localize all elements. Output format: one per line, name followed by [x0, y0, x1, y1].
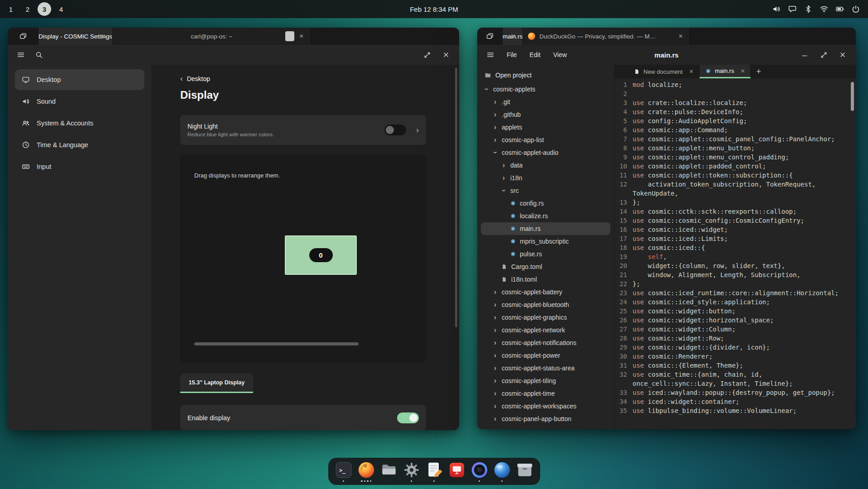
dock-item-globe[interactable]: [493, 461, 511, 482]
tree-item-cosmic-applet-status-area[interactable]: ›cosmic-applet-status-area: [481, 362, 610, 374]
code-area[interactable]: 1mod localize;23use crate::localize::loc…: [614, 78, 856, 429]
sidebar-item-system-accounts[interactable]: System & Accounts: [15, 113, 144, 134]
tab-close-icon[interactable]: ✕: [99, 32, 107, 40]
tree-item-cosmic-applet-battery[interactable]: ›cosmic-applet-battery: [481, 286, 610, 298]
tree-item-cosmic-applet-time[interactable]: ›cosmic-applet-time: [481, 387, 610, 400]
tree-item-config-rs[interactable]: config.rs: [481, 197, 610, 210]
search-icon[interactable]: [31, 47, 47, 62]
close-icon[interactable]: [835, 47, 850, 62]
tree-item-cosmic-panel-app-button[interactable]: ›cosmic-panel-app-button: [481, 412, 610, 425]
sidebar-item-sound[interactable]: Sound: [15, 91, 144, 112]
display-badge: 0: [309, 248, 333, 262]
menu-view[interactable]: View: [547, 48, 573, 62]
breadcrumb[interactable]: ‹ Desktop: [180, 75, 459, 82]
tree-item-cosmic-app-list[interactable]: ›cosmic-app-list: [481, 134, 610, 146]
workspace-button-3[interactable]: 3: [38, 2, 51, 16]
document-tab-main-rs[interactable]: main.rs✕: [700, 65, 751, 78]
workspace-button-4[interactable]: 4: [54, 2, 68, 16]
close-icon[interactable]: [438, 47, 454, 62]
bluetooth-icon[interactable]: [803, 4, 814, 14]
tree-item-applets[interactable]: ›applets: [481, 121, 610, 134]
document-tab-new-document[interactable]: New document✕: [628, 65, 700, 78]
tree-item-cosmic-applet-tiling[interactable]: ›cosmic-applet-tiling: [481, 374, 610, 387]
tree-item-src[interactable]: ›src: [481, 184, 610, 197]
editor-window-tab-duckduckgo-privacy-simplified-mozilla-f[interactable]: DuckDuckGo — Privacy, simplified. — Mozi…: [523, 28, 690, 45]
display-arrangement-panel[interactable]: Drag displays to rearrange them. 0: [180, 155, 426, 362]
tree-item-cosmic-applet-network[interactable]: ›cosmic-applet-network: [481, 324, 610, 336]
minimize-icon[interactable]: [797, 47, 812, 62]
sidebar-toggle-icon[interactable]: [13, 47, 29, 62]
clock-button[interactable]: Feb 12 8:34 PM: [404, 3, 464, 16]
window-stack-icon[interactable]: [477, 28, 503, 45]
settings-window-tab-display-cosmic-settings[interactable]: Display - COSMIC Settings✕: [38, 28, 113, 45]
tree-item-cosmic-applet-bluetooth[interactable]: ›cosmic-applet-bluetooth: [481, 298, 610, 311]
chat-icon[interactable]: [787, 4, 798, 14]
tree-item-github[interactable]: ›.github: [481, 108, 610, 121]
tab-close-icon[interactable]: ✕: [740, 68, 745, 74]
menu-toggle-icon[interactable]: [483, 47, 498, 62]
dock-item-firefox[interactable]: [357, 461, 375, 482]
window-stack-icon[interactable]: [8, 28, 38, 45]
settings-window-tab-carl-pop-os[interactable]: carl@pop-os: ~✕: [113, 28, 311, 45]
vertical-scrollbar[interactable]: [455, 67, 457, 327]
tree-item-cosmic-applet-audio[interactable]: ›cosmic-applet-audio: [481, 146, 610, 159]
dock-item-text-editor[interactable]: [425, 461, 443, 482]
tree-item-main-rs[interactable]: main.rs: [481, 222, 610, 235]
dock-item-lens[interactable]: [470, 461, 489, 482]
horizontal-scrollbar[interactable]: [194, 342, 359, 345]
night-light-toggle[interactable]: [384, 125, 406, 135]
tab-close-icon[interactable]: ✕: [676, 32, 685, 40]
tree-item-localize-rs[interactable]: localize.rs: [481, 210, 610, 222]
tree-item-cosmic-applet-notifications[interactable]: ›cosmic-applet-notifications: [481, 336, 610, 349]
enable-display-toggle[interactable]: [397, 412, 419, 423]
maximize-icon[interactable]: [816, 47, 831, 62]
tree-item-pulse-rs[interactable]: pulse.rs: [481, 248, 610, 260]
workspace-button-2[interactable]: 2: [21, 2, 34, 16]
tree-item-cosmic-applet-graphics[interactable]: ›cosmic-applet-graphics: [481, 311, 610, 324]
tab-close-icon[interactable]: ✕: [689, 68, 694, 75]
tree-item-i18n-toml[interactable]: i18n.toml: [481, 273, 610, 286]
dock-item-files[interactable]: [380, 461, 398, 482]
dock: >_: [328, 458, 540, 485]
tree-item-i18n[interactable]: ›i18n: [481, 172, 610, 184]
sidebar-item-desktop[interactable]: Desktop: [15, 69, 144, 90]
dock-item-settings[interactable]: [403, 461, 421, 482]
editor-window-tab-main-rs[interactable]: main.rs✕: [503, 28, 523, 45]
tab-close-icon[interactable]: ✕: [509, 32, 518, 40]
running-indicator: [479, 480, 480, 482]
tree-item-label: config.rs: [520, 200, 544, 207]
dock-item-presentation[interactable]: [448, 461, 466, 482]
wifi-icon[interactable]: [819, 4, 830, 14]
dock-item-archive[interactable]: [516, 461, 534, 482]
vertical-scrollbar[interactable]: [851, 82, 854, 111]
tree-item-cosmic-applet-workspaces[interactable]: ›cosmic-applet-workspaces: [481, 400, 610, 412]
new-tab-button[interactable]: +: [751, 65, 766, 78]
power-icon[interactable]: [850, 4, 861, 14]
code-line: 25use cosmic::widget::button;: [614, 307, 856, 316]
running-indicator: [433, 480, 435, 482]
tree-item-cosmic-applets[interactable]: ›cosmic-applets: [481, 83, 610, 96]
tree-item-cosmic-applet-power[interactable]: ›cosmic-applet-power: [481, 349, 610, 362]
battery-icon[interactable]: [834, 4, 845, 14]
display-thumbnail[interactable]: 0: [285, 235, 357, 275]
tree-item-git[interactable]: ›.git: [481, 96, 610, 108]
sidebar-item-time-language[interactable]: Time & Language: [15, 134, 144, 155]
dock-item-terminal[interactable]: >_: [335, 461, 353, 482]
tree-item-label: data: [510, 162, 523, 169]
tree-item-label: i18n.toml: [511, 276, 537, 283]
sound-icon: [21, 97, 30, 106]
maximize-icon[interactable]: [419, 47, 435, 62]
sidebar-item-input[interactable]: Input: [15, 156, 144, 177]
tree-item-cargo-toml[interactable]: Cargo.toml: [481, 260, 610, 273]
menu-file[interactable]: File: [501, 48, 523, 62]
tree-item-label: cosmic-applet-status-area: [502, 364, 575, 372]
workspace-button-1[interactable]: 1: [4, 2, 18, 16]
tree-item-data[interactable]: ›data: [481, 159, 610, 172]
display-tab[interactable]: 15.3" Laptop Display: [180, 374, 253, 393]
tree-item-mpris-subscriptic[interactable]: mpris_subscriptic: [481, 235, 610, 248]
menu-edit[interactable]: Edit: [524, 48, 547, 62]
night-light-row[interactable]: Night Light Reduce blue light with warme…: [180, 115, 426, 145]
speaker-icon[interactable]: [771, 4, 782, 14]
open-project-button[interactable]: Open project: [481, 68, 610, 82]
tab-close-icon[interactable]: ✕: [297, 32, 306, 40]
